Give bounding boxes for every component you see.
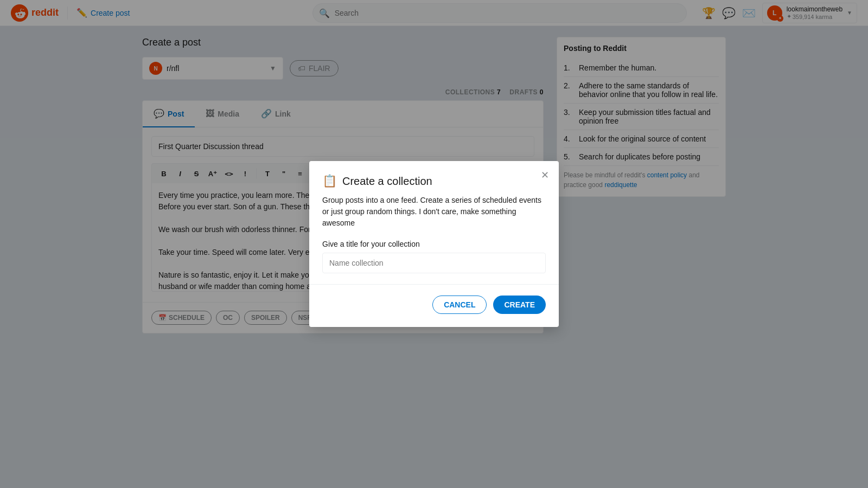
modal-overlay[interactable]: ✕ 📋 Create a collection Group posts into…	[0, 0, 868, 488]
modal-title-icon: 📋	[322, 174, 337, 188]
cancel-button[interactable]: CANCEL	[432, 296, 487, 314]
collection-name-input[interactable]	[322, 253, 546, 273]
create-button[interactable]: CREATE	[493, 296, 546, 314]
modal-footer: CANCEL CREATE	[322, 296, 546, 314]
create-collection-modal: ✕ 📋 Create a collection Group posts into…	[309, 161, 559, 327]
modal-close-button[interactable]: ✕	[537, 168, 552, 183]
modal-title: 📋 Create a collection	[322, 174, 546, 188]
modal-input-label: Give a title for your collection	[322, 240, 546, 248]
modal-footer-divider	[309, 284, 559, 285]
modal-description: Group posts into a one feed. Create a se…	[322, 195, 546, 229]
